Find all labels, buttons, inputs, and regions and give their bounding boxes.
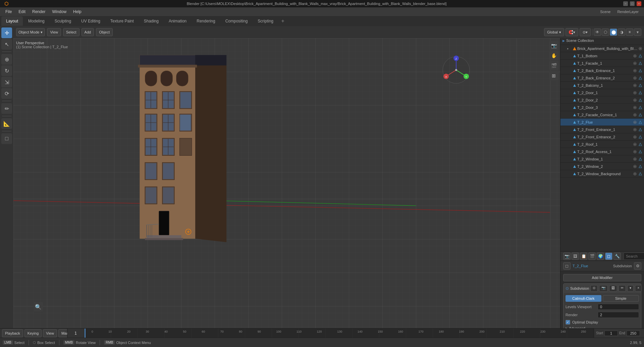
tab-compositing[interactable]: Compositing [221, 16, 253, 26]
visibility-icon[interactable] [633, 149, 637, 154]
tree-item[interactable]: T_2_Back_Entrance_2 [560, 74, 644, 82]
proportional-edit[interactable]: ⊙▾ [580, 28, 591, 36]
3d-viewport[interactable]: User Perspective (1) Scene Collection | … [13, 38, 560, 328]
end-frame-input[interactable] [627, 331, 640, 336]
tab-rendering[interactable]: Rendering [192, 16, 220, 26]
tree-item[interactable]: T_2_Door_2 [560, 96, 644, 104]
render-visibility-icon[interactable] [638, 120, 643, 125]
view-layer-props-tab[interactable]: 📋 [580, 253, 587, 260]
levels-viewport-value[interactable]: 0 [598, 304, 639, 310]
render-visibility-icon[interactable] [638, 83, 643, 88]
visibility-icon[interactable] [633, 135, 637, 139]
visibility-icon[interactable] [633, 171, 637, 176]
tree-item[interactable]: T_2_Back_Entrance_1 [560, 67, 644, 74]
tree-item[interactable]: T_2_Flue [560, 119, 644, 126]
rotate-tool-button[interactable]: ↻ [1, 65, 12, 76]
modifier-props-tab[interactable]: 🔧 [613, 253, 621, 260]
visibility-icon[interactable] [633, 157, 637, 161]
modifier-render-button[interactable]: 🖼 [609, 285, 617, 292]
render-visibility-icon[interactable] [638, 105, 643, 110]
annotate-tool-button[interactable]: ✏ [1, 103, 12, 114]
modifier-enabled-icon[interactable]: ⊙ [566, 286, 569, 291]
render-visibility-icon[interactable] [638, 76, 643, 80]
tab-uv-editing[interactable]: UV Editing [76, 16, 105, 26]
tab-shading[interactable]: Shading [139, 16, 163, 26]
grid-view-button[interactable]: ⊞ [549, 71, 558, 80]
tree-item[interactable]: T_2_Front_Entrance_2 [560, 133, 644, 141]
render-visibility-icon[interactable] [638, 61, 643, 66]
tree-item[interactable]: T_1_Bottom [560, 52, 644, 60]
playback-menu[interactable]: Playback [2, 329, 23, 337]
simple-button[interactable]: Simple [603, 295, 639, 302]
zoom-in-button[interactable]: 🔍 [34, 302, 43, 311]
render-visibility-icon[interactable] [638, 54, 643, 58]
camera-icon-button[interactable]: 🎬 [549, 61, 558, 70]
menu-window[interactable]: Window [49, 9, 69, 15]
visibility-icon[interactable] [633, 76, 637, 80]
tree-item[interactable]: T_2_Facade_Cornice_1 [560, 111, 644, 119]
render-visibility-icon[interactable] [638, 90, 643, 95]
maximize-button[interactable]: □ [630, 1, 635, 6]
material-view-button[interactable]: ◑ [618, 28, 625, 36]
visibility-icon[interactable] [633, 105, 637, 110]
tab-layout[interactable]: Layout [1, 16, 23, 26]
overlay-button[interactable]: 👁 [594, 28, 601, 36]
render-props-tab[interactable]: 📷 [563, 253, 571, 260]
tab-modeling[interactable]: Modeling [23, 16, 49, 26]
visibility-icon[interactable] [633, 113, 637, 117]
snap-button[interactable]: 🧲▾ [566, 28, 578, 36]
tree-item[interactable]: T_2_Window_Background [560, 170, 644, 178]
minimize-button[interactable]: − [623, 1, 628, 6]
output-props-tab[interactable]: 🖼 [572, 253, 579, 260]
tree-item[interactable]: T_1_Facade_1 [560, 60, 644, 67]
modifier-type-button[interactable]: ⊙ [590, 285, 598, 292]
visibility-icon[interactable] [633, 120, 637, 125]
global-transform[interactable]: Global▾ [544, 28, 564, 36]
add-modifier-button[interactable]: Add Modifier [563, 274, 641, 281]
render-visibility-icon[interactable] [638, 142, 643, 147]
scene-visibility-icon[interactable] [638, 46, 643, 51]
render-visibility-icon[interactable] [638, 149, 643, 154]
axes-gizmo[interactable]: Z X Y [441, 55, 471, 85]
xray-button[interactable]: ⬡ [602, 28, 609, 36]
viewport-shading-more[interactable]: ▾ [634, 28, 641, 36]
window-controls[interactable]: − □ × [623, 1, 641, 6]
modifier-settings-button[interactable]: ⚙ [634, 262, 641, 270]
view-menu[interactable]: View [47, 28, 61, 36]
menu-render[interactable]: Render [30, 9, 48, 15]
current-frame-display[interactable]: 1 [67, 329, 84, 338]
tree-item[interactable]: T_2_Front_Entrance_1 [560, 126, 644, 133]
visibility-icon[interactable] [633, 54, 637, 58]
scale-tool-button[interactable]: ⇲ [1, 77, 12, 87]
camera-view-button[interactable]: 📷 [549, 41, 558, 50]
optimal-display-checkbox[interactable]: ✓ [566, 320, 570, 325]
hand-tool-button[interactable]: ✋ [549, 51, 558, 60]
tree-item[interactable]: ▸Brick_Apartment_Building_with_Blank_Wal… [560, 45, 644, 52]
visibility-icon[interactable] [633, 142, 637, 147]
visibility-icon[interactable] [633, 83, 637, 88]
catmull-clark-button[interactable]: Catmull-Clark [566, 295, 601, 302]
properties-search-input[interactable] [624, 253, 644, 260]
tree-item[interactable]: T_2_Window_1 [560, 155, 644, 163]
select-tool-button[interactable]: ↖ [1, 39, 12, 50]
modifier-camera-button[interactable]: 📷 [599, 285, 608, 292]
menu-help[interactable]: Help [70, 9, 84, 15]
tree-item[interactable]: T_2_Balcony_1 [560, 82, 644, 89]
tree-item[interactable]: T_2_Roof_Access_1 [560, 148, 644, 155]
tree-item[interactable]: T_2_Roof_1 [560, 141, 644, 148]
menu-edit[interactable]: Edit [16, 9, 28, 15]
world-props-tab[interactable]: 🌍 [597, 253, 604, 260]
visibility-icon[interactable] [633, 68, 637, 73]
keying-menu[interactable]: Keying [24, 329, 42, 337]
tab-scripting[interactable]: Scripting [253, 16, 278, 26]
visibility-icon[interactable] [633, 164, 637, 169]
tab-animation[interactable]: Animation [164, 16, 191, 26]
transform-tool-button[interactable]: ⟳ [1, 88, 12, 99]
visibility-icon[interactable] [633, 98, 637, 102]
object-menu[interactable]: Object [96, 28, 113, 36]
timeline-view-menu[interactable]: View [43, 329, 57, 337]
solid-view-button[interactable]: ⬤ [610, 28, 617, 36]
render-visibility-icon[interactable] [638, 68, 643, 73]
modifier-close-button[interactable]: × [635, 285, 642, 292]
select-menu[interactable]: Select [63, 28, 79, 36]
